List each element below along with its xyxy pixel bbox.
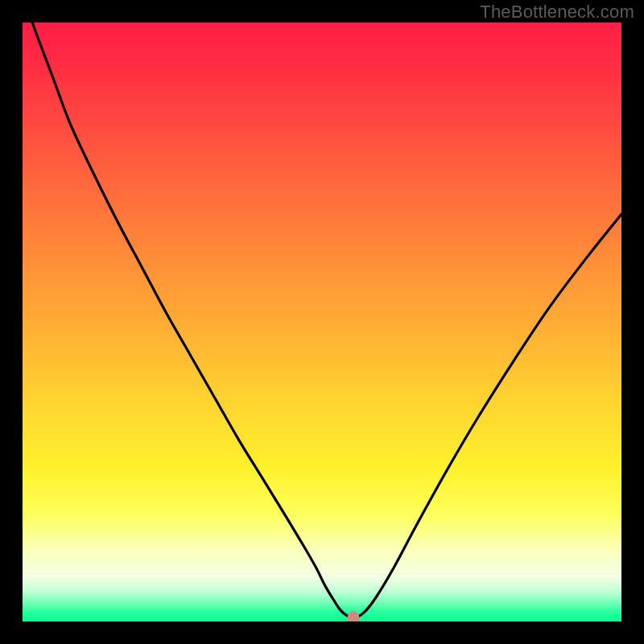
watermark-text: TheBottleneck.com — [480, 2, 634, 23]
optimal-point-marker — [348, 611, 360, 621]
plot-area — [23, 23, 621, 621]
bottleneck-curve-path — [23, 23, 621, 618]
chart-frame: TheBottleneck.com — [0, 0, 644, 644]
bottleneck-curve — [23, 23, 621, 621]
